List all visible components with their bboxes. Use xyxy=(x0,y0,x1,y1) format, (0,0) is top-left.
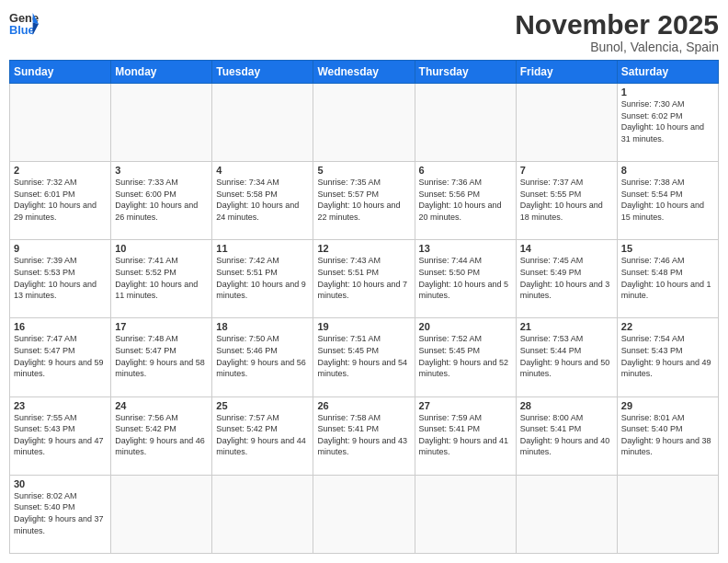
calendar-cell: 7Sunrise: 7:37 AMSunset: 5:55 PMDaylight… xyxy=(516,162,617,240)
day-info: Sunrise: 7:58 AMSunset: 5:41 PMDaylight:… xyxy=(317,412,410,458)
calendar-cell: 25Sunrise: 7:57 AMSunset: 5:42 PMDayligh… xyxy=(212,396,313,475)
day-number: 13 xyxy=(419,243,512,254)
calendar-cell: 20Sunrise: 7:52 AMSunset: 5:45 PMDayligh… xyxy=(415,318,516,396)
day-info: Sunrise: 7:50 AMSunset: 5:46 PMDaylight:… xyxy=(216,333,309,379)
day-info: Sunrise: 7:44 AMSunset: 5:50 PMDaylight:… xyxy=(419,255,512,301)
calendar-cell: 16Sunrise: 7:47 AMSunset: 5:47 PMDayligh… xyxy=(10,318,111,396)
calendar-cell: 8Sunrise: 7:38 AMSunset: 5:54 PMDaylight… xyxy=(617,162,718,240)
calendar-cell: 12Sunrise: 7:43 AMSunset: 5:51 PMDayligh… xyxy=(313,240,415,318)
logo: General Blue xyxy=(9,9,39,39)
calendar-cell: 10Sunrise: 7:41 AMSunset: 5:52 PMDayligh… xyxy=(111,240,212,318)
day-number: 22 xyxy=(621,321,714,332)
day-number: 11 xyxy=(216,243,309,254)
day-number: 27 xyxy=(419,400,512,411)
calendar-cell: 6Sunrise: 7:36 AMSunset: 5:56 PMDaylight… xyxy=(415,162,516,240)
calendar-cell xyxy=(415,84,516,162)
day-number: 30 xyxy=(14,478,107,489)
calendar-cell: 23Sunrise: 7:55 AMSunset: 5:43 PMDayligh… xyxy=(10,396,111,475)
calendar: SundayMondayTuesdayWednesdayThursdayFrid… xyxy=(9,60,719,554)
day-number: 6 xyxy=(419,165,512,176)
day-info: Sunrise: 7:59 AMSunset: 5:41 PMDaylight:… xyxy=(419,412,512,458)
day-info: Sunrise: 7:42 AMSunset: 5:51 PMDaylight:… xyxy=(216,255,309,301)
calendar-cell xyxy=(313,475,415,553)
day-number: 25 xyxy=(216,400,309,411)
day-info: Sunrise: 8:02 AMSunset: 5:40 PMDaylight:… xyxy=(14,490,107,536)
calendar-cell: 5Sunrise: 7:35 AMSunset: 5:57 PMDaylight… xyxy=(313,162,415,240)
day-info: Sunrise: 7:45 AMSunset: 5:49 PMDaylight:… xyxy=(520,255,613,301)
week-row-4: 23Sunrise: 7:55 AMSunset: 5:43 PMDayligh… xyxy=(10,396,719,475)
calendar-cell: 26Sunrise: 7:58 AMSunset: 5:41 PMDayligh… xyxy=(313,396,415,475)
day-number: 7 xyxy=(520,165,613,176)
title-block: November 2025 Bunol, Valencia, Spain xyxy=(515,9,719,54)
day-info: Sunrise: 7:46 AMSunset: 5:48 PMDaylight:… xyxy=(621,255,714,301)
day-header-wednesday: Wednesday xyxy=(313,61,415,84)
day-number: 29 xyxy=(621,400,714,411)
day-info: Sunrise: 7:53 AMSunset: 5:44 PMDaylight:… xyxy=(520,333,613,379)
calendar-cell: 2Sunrise: 7:32 AMSunset: 6:01 PMDaylight… xyxy=(10,162,111,240)
calendar-cell: 4Sunrise: 7:34 AMSunset: 5:58 PMDaylight… xyxy=(212,162,313,240)
week-row-0: 1Sunrise: 7:30 AMSunset: 6:02 PMDaylight… xyxy=(10,84,719,162)
header: General Blue November 2025 Bunol, Valenc… xyxy=(9,9,719,54)
day-info: Sunrise: 7:54 AMSunset: 5:43 PMDaylight:… xyxy=(621,333,714,379)
week-row-3: 16Sunrise: 7:47 AMSunset: 5:47 PMDayligh… xyxy=(10,318,719,396)
day-number: 2 xyxy=(14,165,107,176)
calendar-header-row: SundayMondayTuesdayWednesdayThursdayFrid… xyxy=(10,61,719,84)
day-info: Sunrise: 7:34 AMSunset: 5:58 PMDaylight:… xyxy=(216,177,309,223)
day-info: Sunrise: 7:35 AMSunset: 5:57 PMDaylight:… xyxy=(317,177,410,223)
day-number: 23 xyxy=(14,400,107,411)
day-number: 24 xyxy=(115,400,208,411)
day-info: Sunrise: 7:33 AMSunset: 6:00 PMDaylight:… xyxy=(115,177,208,223)
calendar-cell: 11Sunrise: 7:42 AMSunset: 5:51 PMDayligh… xyxy=(212,240,313,318)
day-header-sunday: Sunday xyxy=(10,61,111,84)
day-header-friday: Friday xyxy=(516,61,617,84)
calendar-cell: 27Sunrise: 7:59 AMSunset: 5:41 PMDayligh… xyxy=(415,396,516,475)
day-number: 17 xyxy=(115,321,208,332)
calendar-cell: 24Sunrise: 7:56 AMSunset: 5:42 PMDayligh… xyxy=(111,396,212,475)
day-header-tuesday: Tuesday xyxy=(212,61,313,84)
calendar-cell xyxy=(313,84,415,162)
day-header-monday: Monday xyxy=(111,61,212,84)
day-number: 28 xyxy=(520,400,613,411)
day-number: 14 xyxy=(520,243,613,254)
day-number: 18 xyxy=(216,321,309,332)
calendar-cell xyxy=(111,84,212,162)
day-info: Sunrise: 7:37 AMSunset: 5:55 PMDaylight:… xyxy=(520,177,613,223)
day-info: Sunrise: 7:47 AMSunset: 5:47 PMDaylight:… xyxy=(14,333,107,379)
calendar-cell: 13Sunrise: 7:44 AMSunset: 5:50 PMDayligh… xyxy=(415,240,516,318)
day-number: 21 xyxy=(520,321,613,332)
page: General Blue November 2025 Bunol, Valenc… xyxy=(0,0,728,563)
calendar-cell: 14Sunrise: 7:45 AMSunset: 5:49 PMDayligh… xyxy=(516,240,617,318)
calendar-cell: 1Sunrise: 7:30 AMSunset: 6:02 PMDaylight… xyxy=(617,84,718,162)
day-info: Sunrise: 7:56 AMSunset: 5:42 PMDaylight:… xyxy=(115,412,208,458)
day-info: Sunrise: 7:36 AMSunset: 5:56 PMDaylight:… xyxy=(419,177,512,223)
calendar-cell: 29Sunrise: 8:01 AMSunset: 5:40 PMDayligh… xyxy=(617,396,718,475)
day-number: 20 xyxy=(419,321,512,332)
day-number: 5 xyxy=(317,165,410,176)
calendar-cell xyxy=(212,84,313,162)
week-row-1: 2Sunrise: 7:32 AMSunset: 6:01 PMDaylight… xyxy=(10,162,719,240)
calendar-cell: 30Sunrise: 8:02 AMSunset: 5:40 PMDayligh… xyxy=(10,475,111,553)
svg-marker-3 xyxy=(33,22,39,35)
calendar-cell: 3Sunrise: 7:33 AMSunset: 6:00 PMDaylight… xyxy=(111,162,212,240)
calendar-cell xyxy=(415,475,516,553)
calendar-cell: 19Sunrise: 7:51 AMSunset: 5:45 PMDayligh… xyxy=(313,318,415,396)
day-number: 8 xyxy=(621,165,714,176)
day-number: 19 xyxy=(317,321,410,332)
day-number: 1 xyxy=(621,86,714,98)
calendar-cell xyxy=(212,475,313,553)
day-number: 26 xyxy=(317,400,410,411)
day-info: Sunrise: 7:41 AMSunset: 5:52 PMDaylight:… xyxy=(115,255,208,301)
calendar-cell xyxy=(516,475,617,553)
svg-text:Blue: Blue xyxy=(9,23,35,37)
day-info: Sunrise: 7:55 AMSunset: 5:43 PMDaylight:… xyxy=(14,412,107,458)
calendar-cell xyxy=(617,475,718,553)
day-info: Sunrise: 7:43 AMSunset: 5:51 PMDaylight:… xyxy=(317,255,410,301)
day-info: Sunrise: 7:32 AMSunset: 6:01 PMDaylight:… xyxy=(14,177,107,223)
week-row-2: 9Sunrise: 7:39 AMSunset: 5:53 PMDaylight… xyxy=(10,240,719,318)
day-info: Sunrise: 8:00 AMSunset: 5:41 PMDaylight:… xyxy=(520,412,613,458)
day-info: Sunrise: 7:48 AMSunset: 5:47 PMDaylight:… xyxy=(115,333,208,379)
day-info: Sunrise: 7:30 AMSunset: 6:02 PMDaylight:… xyxy=(621,98,714,144)
calendar-cell xyxy=(516,84,617,162)
day-number: 3 xyxy=(115,165,208,176)
day-info: Sunrise: 8:01 AMSunset: 5:40 PMDaylight:… xyxy=(621,412,714,458)
